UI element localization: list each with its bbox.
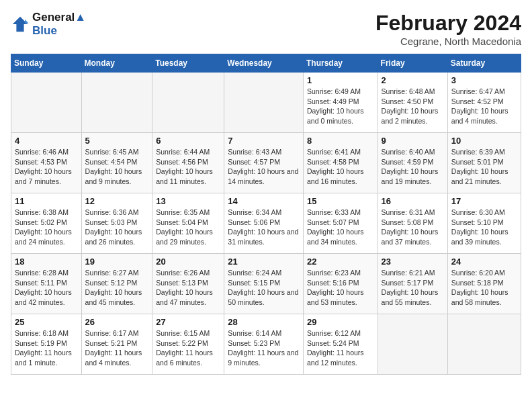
day-info: Sunrise: 6:18 AMSunset: 5:19 PMDaylight:…: [15, 328, 78, 368]
calendar-cell: 28Sunrise: 6:14 AMSunset: 5:23 PMDayligh…: [224, 314, 304, 375]
day-number: 4: [15, 136, 78, 146]
calendar-week-2: 11Sunrise: 6:38 AMSunset: 5:02 PMDayligh…: [11, 193, 521, 254]
day-number: 3: [451, 75, 517, 85]
day-info: Sunrise: 6:48 AMSunset: 4:50 PMDaylight:…: [382, 87, 444, 126]
day-number: 17: [451, 196, 517, 206]
day-info: Sunrise: 6:26 AMSunset: 5:13 PMDaylight:…: [156, 268, 220, 308]
svg-marker-0: [13, 16, 28, 31]
calendar-week-1: 4Sunrise: 6:46 AMSunset: 4:53 PMDaylight…: [11, 133, 521, 193]
day-info: Sunrise: 6:28 AMSunset: 5:11 PMDaylight:…: [15, 268, 78, 308]
col-saturday: Saturday: [447, 54, 521, 73]
day-info: Sunrise: 6:43 AMSunset: 4:57 PMDaylight:…: [228, 147, 300, 187]
day-info: Sunrise: 6:14 AMSunset: 5:23 PMDaylight:…: [228, 328, 300, 368]
col-thursday: Thursday: [303, 54, 378, 73]
day-number: 8: [307, 136, 374, 146]
calendar-cell: 24Sunrise: 6:20 AMSunset: 5:18 PMDayligh…: [447, 254, 521, 314]
day-number: 18: [15, 257, 78, 267]
calendar-cell: 1Sunrise: 6:49 AMSunset: 4:49 PMDaylight…: [303, 73, 378, 133]
day-info: Sunrise: 6:31 AMSunset: 5:08 PMDaylight:…: [382, 208, 444, 247]
calendar-cell: 5Sunrise: 6:45 AMSunset: 4:54 PMDaylight…: [81, 133, 152, 193]
calendar-cell: [224, 73, 304, 133]
day-number: 15: [307, 196, 374, 206]
day-info: Sunrise: 6:35 AMSunset: 5:04 PMDaylight:…: [156, 208, 220, 247]
day-number: 1: [307, 75, 374, 85]
page-header: General▲ Blue February 2024 Cegrane, Nor…: [11, 11, 521, 47]
calendar-cell: [11, 73, 82, 133]
calendar-cell: [152, 73, 224, 133]
day-info: Sunrise: 6:45 AMSunset: 4:54 PMDaylight:…: [85, 147, 149, 187]
day-number: 20: [156, 257, 220, 267]
col-wednesday: Wednesday: [224, 54, 304, 73]
calendar-cell: 15Sunrise: 6:33 AMSunset: 5:07 PMDayligh…: [303, 193, 378, 254]
calendar-cell: [378, 314, 447, 375]
logo-icon: [11, 15, 30, 34]
day-info: Sunrise: 6:15 AMSunset: 5:22 PMDaylight:…: [156, 328, 220, 368]
calendar-body: 1Sunrise: 6:49 AMSunset: 4:49 PMDaylight…: [11, 73, 521, 375]
day-number: 11: [15, 196, 78, 206]
logo-text: General▲ Blue: [32, 11, 86, 37]
calendar-cell: 8Sunrise: 6:41 AMSunset: 4:58 PMDaylight…: [303, 133, 378, 193]
calendar-cell: 14Sunrise: 6:34 AMSunset: 5:06 PMDayligh…: [224, 193, 304, 254]
calendar-cell: 13Sunrise: 6:35 AMSunset: 5:04 PMDayligh…: [152, 193, 224, 254]
day-info: Sunrise: 6:49 AMSunset: 4:49 PMDaylight:…: [307, 87, 374, 126]
calendar-cell: 2Sunrise: 6:48 AMSunset: 4:50 PMDaylight…: [378, 73, 447, 133]
day-number: 2: [382, 75, 444, 85]
logo: General▲ Blue: [11, 11, 86, 37]
day-number: 25: [15, 317, 78, 327]
day-info: Sunrise: 6:36 AMSunset: 5:03 PMDaylight:…: [85, 208, 149, 247]
day-info: Sunrise: 6:40 AMSunset: 4:59 PMDaylight:…: [382, 147, 444, 187]
day-number: 14: [228, 196, 300, 206]
calendar-cell: 11Sunrise: 6:38 AMSunset: 5:02 PMDayligh…: [11, 193, 82, 254]
title-area: February 2024 Cegrane, North Macedonia: [375, 11, 521, 47]
day-info: Sunrise: 6:33 AMSunset: 5:07 PMDaylight:…: [307, 208, 374, 247]
header-row: Sunday Monday Tuesday Wednesday Thursday…: [11, 54, 521, 73]
day-info: Sunrise: 6:44 AMSunset: 4:56 PMDaylight:…: [156, 147, 220, 187]
day-number: 29: [307, 317, 374, 327]
day-info: Sunrise: 6:34 AMSunset: 5:06 PMDaylight:…: [228, 208, 300, 247]
day-number: 26: [85, 317, 149, 327]
day-info: Sunrise: 6:27 AMSunset: 5:12 PMDaylight:…: [85, 268, 149, 308]
day-info: Sunrise: 6:23 AMSunset: 5:16 PMDaylight:…: [307, 268, 374, 308]
calendar-cell: [447, 314, 521, 375]
day-number: 5: [85, 136, 149, 146]
col-friday: Friday: [378, 54, 447, 73]
day-number: 22: [307, 257, 374, 267]
calendar-cell: [81, 73, 152, 133]
page-title: February 2024: [375, 11, 521, 36]
day-info: Sunrise: 6:12 AMSunset: 5:24 PMDaylight:…: [307, 328, 374, 368]
day-number: 27: [156, 317, 220, 327]
calendar-cell: 16Sunrise: 6:31 AMSunset: 5:08 PMDayligh…: [378, 193, 447, 254]
day-info: Sunrise: 6:17 AMSunset: 5:21 PMDaylight:…: [85, 328, 149, 368]
calendar-cell: 7Sunrise: 6:43 AMSunset: 4:57 PMDaylight…: [224, 133, 304, 193]
calendar-cell: 26Sunrise: 6:17 AMSunset: 5:21 PMDayligh…: [81, 314, 152, 375]
calendar-cell: 9Sunrise: 6:40 AMSunset: 4:59 PMDaylight…: [378, 133, 447, 193]
day-info: Sunrise: 6:38 AMSunset: 5:02 PMDaylight:…: [15, 208, 78, 247]
calendar-cell: 18Sunrise: 6:28 AMSunset: 5:11 PMDayligh…: [11, 254, 82, 314]
day-info: Sunrise: 6:46 AMSunset: 4:53 PMDaylight:…: [15, 147, 78, 187]
calendar-header: Sunday Monday Tuesday Wednesday Thursday…: [11, 54, 521, 73]
day-number: 21: [228, 257, 300, 267]
calendar-cell: 27Sunrise: 6:15 AMSunset: 5:22 PMDayligh…: [152, 314, 224, 375]
day-number: 28: [228, 317, 300, 327]
calendar-week-0: 1Sunrise: 6:49 AMSunset: 4:49 PMDaylight…: [11, 73, 521, 133]
col-monday: Monday: [81, 54, 152, 73]
day-number: 24: [451, 257, 517, 267]
day-info: Sunrise: 6:21 AMSunset: 5:17 PMDaylight:…: [382, 268, 444, 308]
day-info: Sunrise: 6:47 AMSunset: 4:52 PMDaylight:…: [451, 87, 517, 126]
calendar-cell: 29Sunrise: 6:12 AMSunset: 5:24 PMDayligh…: [303, 314, 378, 375]
day-number: 16: [382, 196, 444, 206]
calendar-week-4: 25Sunrise: 6:18 AMSunset: 5:19 PMDayligh…: [11, 314, 521, 375]
calendar-cell: 6Sunrise: 6:44 AMSunset: 4:56 PMDaylight…: [152, 133, 224, 193]
day-number: 6: [156, 136, 220, 146]
col-sunday: Sunday: [11, 54, 82, 73]
day-number: 10: [451, 136, 517, 146]
calendar-cell: 25Sunrise: 6:18 AMSunset: 5:19 PMDayligh…: [11, 314, 82, 375]
calendar-cell: 17Sunrise: 6:30 AMSunset: 5:10 PMDayligh…: [447, 193, 521, 254]
calendar-cell: 23Sunrise: 6:21 AMSunset: 5:17 PMDayligh…: [378, 254, 447, 314]
day-info: Sunrise: 6:24 AMSunset: 5:15 PMDaylight:…: [228, 268, 300, 308]
calendar-cell: 3Sunrise: 6:47 AMSunset: 4:52 PMDaylight…: [447, 73, 521, 133]
calendar-week-3: 18Sunrise: 6:28 AMSunset: 5:11 PMDayligh…: [11, 254, 521, 314]
day-info: Sunrise: 6:41 AMSunset: 4:58 PMDaylight:…: [307, 147, 374, 187]
day-info: Sunrise: 6:30 AMSunset: 5:10 PMDaylight:…: [451, 208, 517, 247]
calendar-cell: 12Sunrise: 6:36 AMSunset: 5:03 PMDayligh…: [81, 193, 152, 254]
